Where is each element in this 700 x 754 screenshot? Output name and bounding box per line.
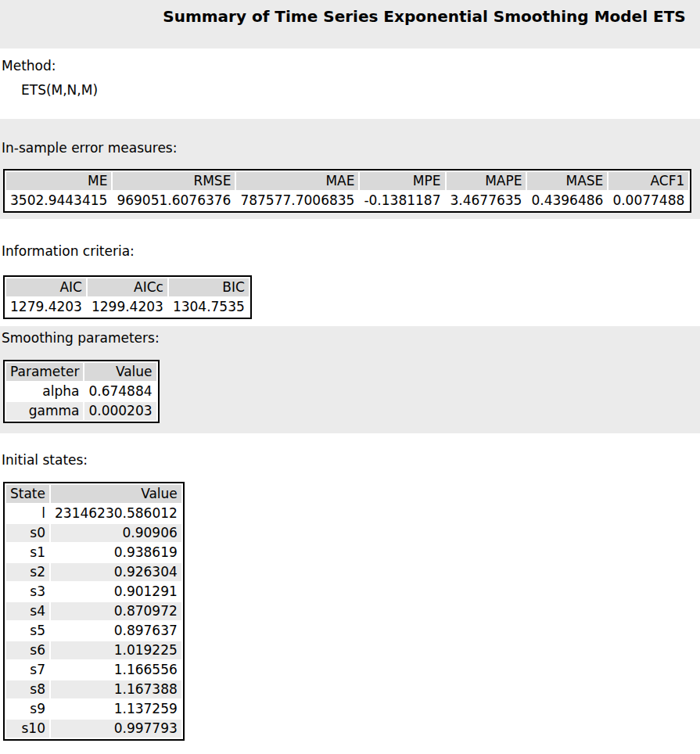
section-smoothing-parameters: Smoothing parameters: Parameter Value al…	[0, 326, 700, 433]
initial-states-table: State Value l 23146230.586012 s0 0.90906…	[3, 482, 185, 741]
information-criteria-table: AIC AICc BIC 1279.4203 1299.4203 1304.75…	[3, 275, 252, 319]
table-header-row: State Value	[6, 485, 181, 503]
state-value: 0.90906	[51, 524, 181, 542]
column-header-mape: MAPE	[447, 172, 526, 190]
table-row: s2 0.926304	[6, 563, 181, 581]
table-row: s4 0.870972	[6, 602, 181, 620]
state-value: 0.997793	[51, 720, 181, 738]
table-row: s0 0.90906	[6, 524, 181, 542]
table-row: gamma 0.000203	[6, 402, 156, 420]
error-measures-heading: In-sample error measures:	[2, 140, 700, 156]
state-value: 1.019225	[51, 641, 181, 659]
section-information-criteria: Information criteria: AIC AICc BIC 1279.…	[0, 219, 700, 326]
state-value: 0.938619	[51, 544, 181, 562]
value-bic: 1304.7535	[169, 298, 249, 316]
table-row: 1279.4203 1299.4203 1304.7535	[6, 298, 249, 316]
value-aic: 1279.4203	[6, 298, 86, 316]
state-name: s4	[6, 602, 49, 620]
state-name: s3	[6, 583, 49, 601]
state-name: s5	[6, 622, 49, 640]
state-name: s9	[6, 700, 49, 718]
column-header-aicc: AICc	[88, 278, 167, 296]
parameter-name: alpha	[6, 382, 83, 400]
column-header-me: ME	[6, 172, 111, 190]
method-label: Method:	[2, 58, 700, 74]
column-header-value: Value	[51, 485, 181, 503]
table-row: l 23146230.586012	[6, 504, 181, 522]
state-value: 0.901291	[51, 583, 181, 601]
column-header-state: State	[6, 485, 49, 503]
parameter-name: gamma	[6, 402, 83, 420]
information-criteria-heading: Information criteria:	[2, 243, 700, 260]
table-row: s7 1.166556	[6, 661, 181, 679]
error-measures-table: ME RMSE MAE MPE MAPE MASE ACF1 3502.9443…	[3, 169, 691, 213]
value-mae: 787577.7006835	[236, 192, 358, 210]
state-value: 1.166556	[51, 661, 181, 679]
table-row: s9 1.137259	[6, 700, 181, 718]
state-value: 0.897637	[51, 622, 181, 640]
state-name: s0	[6, 524, 49, 542]
value-mase: 0.4396486	[527, 192, 607, 210]
table-row: s6 1.019225	[6, 641, 181, 659]
table-row: s1 0.938619	[6, 544, 181, 562]
section-method: Method: ETS(M,N,M)	[0, 48, 700, 119]
value-mpe: -0.1381187	[360, 192, 444, 210]
table-row: s5 0.897637	[6, 622, 181, 640]
column-header-rmse: RMSE	[113, 172, 235, 190]
state-name: s2	[6, 563, 49, 581]
column-header-parameter: Parameter	[6, 363, 83, 381]
value-me: 3502.9443415	[6, 192, 111, 210]
state-name: s6	[6, 641, 49, 659]
table-header-row: AIC AICc BIC	[6, 278, 249, 296]
state-name: s10	[6, 720, 49, 738]
section-initial-states: Initial states: State Value l 23146230.5…	[0, 433, 700, 754]
smoothing-parameters-table: Parameter Value alpha 0.674884 gamma 0.0…	[3, 360, 160, 423]
state-value: 0.926304	[51, 563, 181, 581]
section-error-measures: In-sample error measures: ME RMSE MAE MP…	[0, 119, 700, 219]
column-header-value: Value	[84, 363, 156, 381]
table-row: s10 0.997793	[6, 720, 181, 738]
column-header-acf1: ACF1	[608, 172, 688, 190]
table-row: s3 0.901291	[6, 583, 181, 601]
table-header-row: ME RMSE MAE MPE MAPE MASE ACF1	[6, 172, 688, 190]
state-value: 1.137259	[51, 700, 181, 718]
column-header-mpe: MPE	[360, 172, 444, 190]
method-value: ETS(M,N,M)	[21, 82, 700, 99]
state-name: s8	[6, 680, 49, 698]
title-band: Summary of Time Series Exponential Smoot…	[0, 0, 700, 48]
initial-states-heading: Initial states:	[2, 452, 700, 469]
state-value: 23146230.586012	[51, 504, 181, 522]
value-mape: 3.4677635	[447, 192, 526, 210]
table-row: 3502.9443415 969051.6076376 787577.70068…	[6, 192, 688, 210]
column-header-mase: MASE	[527, 172, 607, 190]
state-value: 1.167388	[51, 680, 181, 698]
value-acf1: 0.0077488	[608, 192, 688, 210]
parameter-value: 0.674884	[84, 382, 156, 400]
column-header-aic: AIC	[6, 278, 86, 296]
state-name: s1	[6, 544, 49, 562]
table-header-row: Parameter Value	[6, 363, 156, 381]
column-header-bic: BIC	[169, 278, 249, 296]
column-header-mae: MAE	[236, 172, 358, 190]
state-name: s7	[6, 661, 49, 679]
state-name: l	[6, 504, 49, 522]
page-title: Summary of Time Series Exponential Smoot…	[149, 7, 700, 26]
smoothing-parameters-heading: Smoothing parameters:	[2, 330, 700, 346]
state-value: 0.870972	[51, 602, 181, 620]
value-aicc: 1299.4203	[88, 298, 167, 316]
table-row: alpha 0.674884	[6, 382, 156, 400]
parameter-value: 0.000203	[84, 402, 156, 420]
value-rmse: 969051.6076376	[113, 192, 235, 210]
table-row: s8 1.167388	[6, 680, 181, 698]
